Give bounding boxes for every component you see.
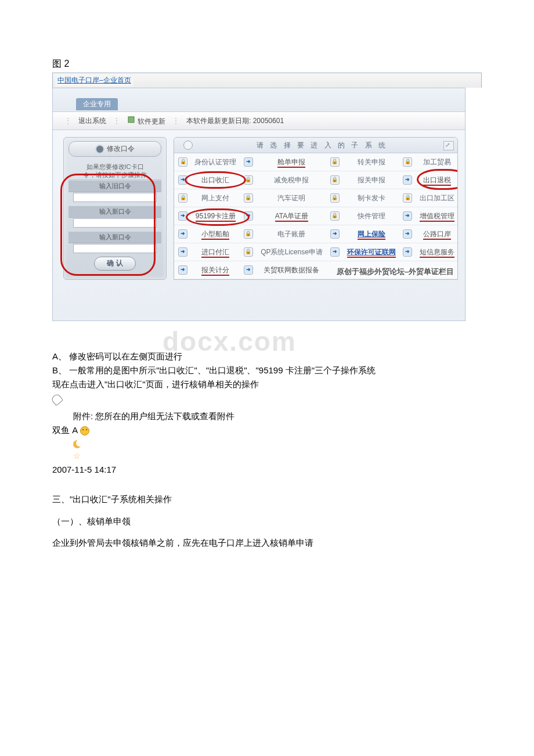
confirm-password-input[interactable] (73, 244, 157, 253)
subsystem-link[interactable]: 增值税管理 (416, 207, 457, 225)
cell-icon: 🔒 (240, 189, 257, 207)
panel-header-icon (183, 141, 193, 150)
section3-l3: 企业到外管局去申领核销单之前，应先在电子口岸上进入核销单申请 (52, 537, 482, 550)
software-update-button[interactable]: 软件更新 (127, 116, 165, 127)
cell-icon: 🔒 (326, 171, 344, 189)
cell-icon: 🔒 (174, 153, 192, 171)
subsystem-link[interactable]: QP系统License申请 (257, 243, 326, 261)
change-password-note2: 令，请按如下步骤操作 (68, 171, 161, 179)
figure-label: 图 2 (52, 58, 482, 70)
arrow-icon: ➜ (178, 247, 187, 257)
cell-icon: 🔒 (240, 243, 257, 261)
subsystem-link[interactable]: 环保许可证联网 (344, 243, 399, 261)
subsystem-link[interactable]: 95199卡注册 (192, 207, 240, 225)
subsystem-link[interactable]: 转关申报 (344, 153, 399, 171)
subsystem-link[interactable]: 短信息服务 (416, 243, 457, 261)
old-password-label: 输入旧口令 (68, 180, 161, 192)
grid-row: ➜小型船舶🔒电子账册➜网上保险➜公路口岸 (174, 225, 457, 243)
cell-icon: ➜ (399, 243, 416, 261)
arrow-icon: ➜ (403, 247, 412, 257)
subsystem-link[interactable]: 快件管理 (344, 207, 399, 225)
subsystem-link[interactable]: ATA单证册 (257, 207, 326, 225)
screenshot-app: 企业专用 ⋮ 退出系统 ⋮ 软件更新 ⋮ 本软件最新更新日期: 20050601… (52, 88, 466, 321)
subsystem-link[interactable]: 关贸联网数据报备 (257, 261, 326, 279)
arrow-icon: ➜ (330, 247, 340, 257)
subsystem-grid: 🔒身份认证管理➜舱单申报🔒转关申报🔒加工贸易➜出口收汇🔒减免税申报🔒报关申报➜出… (174, 153, 457, 279)
subsystem-link[interactable]: 报关申报 (344, 171, 399, 189)
arrow-icon: ➜ (178, 229, 187, 239)
grid-row: ➜出口收汇🔒减免税申报🔒报关申报➜出口退税 (174, 171, 457, 189)
new-password-label: 输入新口令 (68, 206, 161, 218)
subsystem-link[interactable]: 减免税申报 (257, 171, 326, 189)
subsystem-link[interactable]: 制卡发卡 (344, 189, 399, 207)
attachment-note: 附件: 您所在的用户组无法下载或查看附件 (73, 410, 482, 423)
grid-row: 🔒网上支付🔒汽车证明🔒制卡发卡🔒出口加工区 (174, 189, 457, 207)
subsystem-link[interactable]: 进口付汇 (192, 243, 240, 261)
subsystem-link[interactable]: 公路口岸 (416, 225, 457, 243)
line-c: 现在点击进入"出口收汇"页面，进行核销单相关的操作 (52, 378, 482, 391)
star-icon: ☆ (73, 452, 81, 460)
arrow-icon: ➜ (330, 229, 340, 239)
line-b: B、 一般常用的是图中所示"出口收汇"、"出口退税"、"95199 卡注册"三个… (52, 364, 482, 377)
subsystem-link[interactable]: 报关计分 (192, 261, 240, 279)
subsystem-panel-header: 请 选 择 要 进 入 的 子 系 统 ⤢ (174, 138, 457, 153)
subsystem-link[interactable]: 加工贸易 (416, 153, 457, 171)
update-icon (127, 116, 135, 124)
lock-icon: 🔒 (244, 175, 253, 185)
lock-icon: 🔒 (178, 157, 187, 167)
subsystem-link[interactable]: 身份认证管理 (192, 153, 240, 171)
browser-title: 中国电子口岸–企业首页 (55, 74, 134, 87)
subsystem-link[interactable]: 网上支付 (192, 189, 240, 207)
app-toolbar: ⋮ 退出系统 ⋮ 软件更新 ⋮ 本软件最新更新日期: 20050601 (53, 112, 465, 130)
lock-icon: 🔒 (244, 193, 253, 203)
cell-icon: ➜ (174, 243, 192, 261)
section-3: 三、"出口收汇"子系统相关操作 （一）、核销单申领 企业到外管局去申领核销单之前… (52, 493, 482, 550)
lock-icon: 🔒 (403, 193, 412, 203)
cell-icon: ➜ (399, 171, 416, 189)
cell-icon: ➜ (326, 225, 344, 243)
arrow-icon: ➜ (178, 265, 187, 275)
subsystem-link[interactable]: 舱单申报 (257, 153, 326, 171)
exit-system-button[interactable]: 退出系统 (78, 116, 106, 126)
confirm-button[interactable]: 确 认 (94, 257, 136, 271)
cell-icon: ➜ (240, 261, 257, 279)
key-icon (95, 145, 104, 154)
old-password-input[interactable] (73, 193, 157, 202)
lock-icon: 🔒 (244, 229, 253, 239)
expand-icon[interactable]: ⤢ (443, 141, 454, 150)
cell-icon: ➜ (174, 207, 192, 225)
cell-icon: 🔒 (326, 153, 344, 171)
cell-icon: ➜ (174, 225, 192, 243)
arrow-icon: ➜ (244, 211, 253, 221)
arrow-icon: ➜ (403, 211, 412, 221)
line-a: A、 修改密码可以在左侧页面进行 (52, 350, 482, 363)
change-password-panel: 修改口令 如果您要修改IC卡口 令，请按如下步骤操作 输入旧口令 输入新口令 输… (63, 137, 167, 280)
moon-icon (73, 440, 81, 448)
lock-icon: 🔒 (244, 247, 253, 257)
subsystem-link[interactable]: 出口退税 (416, 171, 457, 189)
subsystem-panel: 请 选 择 要 进 入 的 子 系 统 ⤢ 🔒身份认证管理➜舱单申报🔒转关申报🔒… (174, 137, 458, 280)
post-date: 2007-11-5 14:17 (52, 463, 482, 476)
subsystem-link[interactable]: 出口加工区 (416, 189, 457, 207)
app-header: 企业专用 (53, 88, 465, 112)
change-password-note1: 如果您要修改IC卡口 (68, 163, 161, 171)
username: 双鱼 A (52, 424, 482, 437)
subsystem-link[interactable]: 汽车证明 (257, 189, 326, 207)
subsystem-link[interactable]: 小型船舶 (192, 225, 240, 243)
subsystem-link[interactable]: 电子账册 (257, 225, 326, 243)
browser-title-bar: 中国电子口岸–企业首页 (52, 73, 482, 88)
grid-row: ➜95199卡注册➜ATA单证册🔒快件管理➜增值税管理 (174, 207, 457, 225)
screenshot-credit: 原创于福步外贸论坛–外贸单证栏目 (337, 267, 454, 277)
arrow-icon: ➜ (178, 211, 187, 221)
svg-rect-0 (128, 117, 134, 123)
section3-l2: （一）、核销单申领 (52, 515, 482, 528)
attachment-clip-icon (50, 393, 64, 406)
new-password-input[interactable] (73, 218, 157, 228)
subsystem-link[interactable]: 网上保险 (344, 225, 399, 243)
section3-l1: 三、"出口收汇"子系统相关操作 (52, 493, 482, 506)
subsystem-link[interactable]: 出口收汇 (192, 171, 240, 189)
arrow-icon: ➜ (244, 157, 253, 167)
arrow-icon: ➜ (244, 265, 253, 275)
tab-enterprise[interactable]: 企业专用 (76, 98, 118, 110)
lock-icon: 🔒 (178, 193, 187, 203)
